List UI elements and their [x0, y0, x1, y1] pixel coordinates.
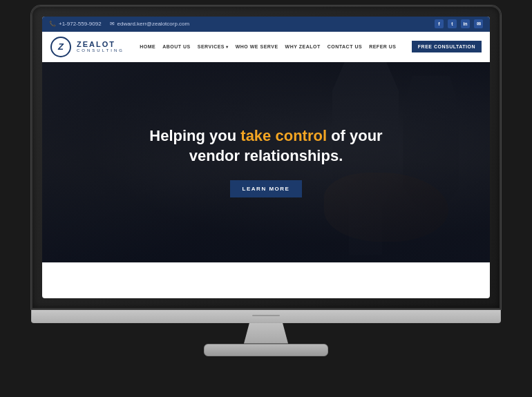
nav-links: HOME ABOUT US SERVICES WHO WE SERVE WHY … [140, 44, 396, 49]
stand-base [204, 344, 328, 356]
mail-icon[interactable]: ✉ [474, 19, 483, 28]
nav-refer[interactable]: REFER US [369, 44, 396, 49]
linkedin-icon[interactable]: in [461, 19, 470, 28]
hero-heading: Helping you take control of yourvendor r… [149, 126, 382, 166]
stand-neck [238, 323, 294, 344]
social-links: f t in ✉ [435, 19, 483, 28]
hero-content: Helping you take control of yourvendor r… [122, 126, 410, 197]
logo-subtitle: CONSULTING [77, 48, 124, 52]
phone-number: +1-972-559-9092 [59, 21, 102, 27]
phone-icon: 📞 [49, 21, 56, 27]
email-info: ✉ edward.kerr@zealotcorp.com [110, 21, 190, 27]
nav-who-we-serve[interactable]: WHO WE SERVE [236, 44, 278, 49]
logo: Z ZEALOT CONSULTING [50, 37, 124, 57]
bottom-bar [42, 262, 490, 275]
logo-text: ZEALOT CONSULTING [77, 41, 124, 52]
monitor-chin [31, 309, 501, 323]
nav-why-zealot[interactable]: WHY ZEALOT [285, 44, 321, 49]
top-bar-left: 📞 +1-972-559-9092 ✉ edward.kerr@zealotco… [49, 21, 189, 27]
monitor: 📞 +1-972-559-9092 ✉ edward.kerr@zealotco… [24, 6, 508, 392]
screen: 📞 +1-972-559-9092 ✉ edward.kerr@zealotco… [42, 17, 490, 298]
facebook-icon[interactable]: f [435, 19, 444, 28]
free-consultation-button[interactable]: FREE CONSULTATION [412, 41, 482, 52]
email-address: edward.kerr@zealotcorp.com [117, 21, 190, 27]
nav-about[interactable]: ABOUT US [162, 44, 191, 49]
logo-circle-icon: Z [50, 37, 71, 57]
logo-name: ZEALOT [77, 41, 124, 48]
top-bar: 📞 +1-972-559-9092 ✉ edward.kerr@zealotco… [42, 17, 490, 32]
navbar: Z ZEALOT CONSULTING HOME ABOUT US SERVIC… [42, 32, 490, 62]
chin-line [252, 315, 280, 316]
nav-home[interactable]: HOME [140, 44, 155, 49]
twitter-icon[interactable]: t [448, 19, 457, 28]
phone-info: 📞 +1-972-559-9092 [49, 21, 102, 27]
hero-heading-pre: Helping you [149, 127, 240, 144]
hero-section: Helping you take control of yourvendor r… [42, 62, 490, 262]
email-icon: ✉ [110, 21, 115, 27]
learn-more-button[interactable]: LEARN MORE [230, 180, 303, 197]
hero-heading-highlight: take control [240, 127, 327, 144]
nav-services[interactable]: SERVICES [198, 44, 229, 49]
nav-contact[interactable]: CONTACT US [327, 44, 362, 49]
monitor-bezel: 📞 +1-972-559-9092 ✉ edward.kerr@zealotco… [31, 6, 501, 309]
